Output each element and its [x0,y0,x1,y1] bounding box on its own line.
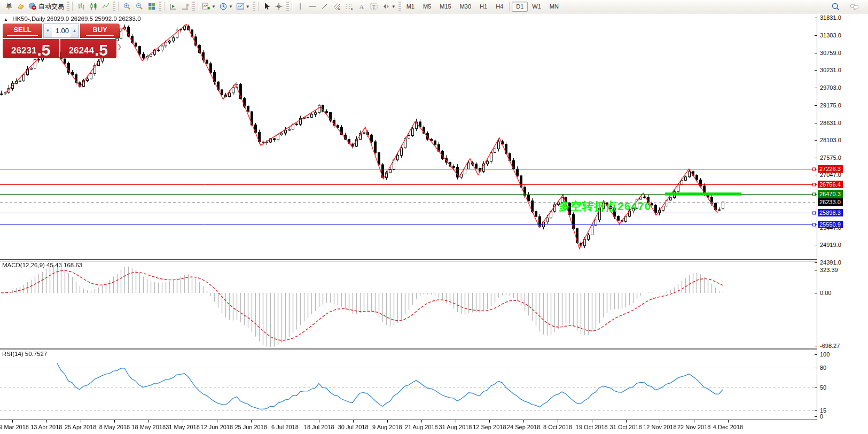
vertical-line-button[interactable] [294,1,307,12]
price-tick: 31831.0 [820,14,841,21]
crosshair-button[interactable] [273,1,285,12]
trade-panel-collapse-handle[interactable]: ❯ [117,42,122,51]
chart-shift-icon [181,2,190,11]
volume-input[interactable] [52,24,71,37]
equidistant-channel-button[interactable]: E [331,1,343,12]
fibonacci-button[interactable]: F [343,1,356,12]
timeframe-d1-button[interactable]: D1 [512,2,528,12]
templates-icon [236,2,245,11]
indicators-button[interactable]: ▼ [200,1,217,12]
toolbar-separator [292,2,293,11]
auto-scroll-icon [169,2,177,11]
toolbar: 单自动交易▼▼▼EFAT▼M1M5M15M30H1H4D1W1MN [0,0,868,13]
macd-panel-divider[interactable] [0,259,868,261]
volume-control: ▼ ▲ [43,24,79,38]
buy-price[interactable]: 26244.5 [60,39,117,58]
toolbar-grip[interactable] [398,2,401,11]
text-label-button[interactable]: T [368,1,380,12]
chat-button[interactable] [848,1,861,12]
chart-area: ▲ HK50-,Daily 26029.0 26269.5 25992.0 26… [0,13,868,434]
price-tick: 100 [820,351,830,358]
zoom-out-button[interactable] [133,1,145,12]
one-click-trade-panel: SELL ▼ ▲ BUY 26231.5 26244.5 ❯ [3,24,116,58]
chart-ohlc-values: 26029.0 26269.5 25992.0 26233.0 [47,15,141,22]
price-tick: -698.27 [820,342,840,350]
price-tick: 50 [820,384,826,391]
toolbar-grip[interactable] [113,2,115,11]
timeframe-mn-button[interactable]: MN [545,2,563,12]
toolbar-grip[interactable] [67,2,69,11]
tile-windows-button[interactable] [145,1,158,12]
toolbar-grip[interactable] [192,2,195,11]
search-button[interactable] [830,1,842,12]
pivot-annotation[interactable]: 多空转折点26470 [559,199,651,214]
price-level-label: 25898.3 [818,209,843,216]
tile-windows-icon [147,2,156,11]
cursor-icon [262,2,271,11]
sell-button[interactable]: SELL [3,24,42,38]
indicators-icon [202,2,210,11]
price-level-label: 26756.4 [818,181,843,188]
new-order-button[interactable]: 单 [2,1,14,12]
bar-chart-button[interactable] [75,1,87,12]
chevron-down-icon[interactable]: ▼ [229,4,233,9]
cursor-button[interactable] [261,1,273,12]
price-level-label: 26470.3 [818,190,843,198]
timeframe-h1-button[interactable]: H1 [475,2,491,12]
bar-chart-icon [77,2,85,11]
horizontal-line-button[interactable] [307,1,319,12]
rsi-panel-divider[interactable] [0,348,868,350]
price-tick: 80 [820,364,826,371]
price-tick: 0.00 [820,289,831,297]
templates-button[interactable]: ▼ [234,1,252,12]
trendline-button[interactable] [319,1,331,12]
chevron-down-icon[interactable]: ▼ [212,4,216,9]
zoom-in-button[interactable] [121,1,133,12]
periods-icon [219,2,228,11]
autotrading-button[interactable]: 自动交易 [27,1,66,12]
autotrading-button-label: 自动交易 [38,2,64,11]
price-tick: 24919.0 [820,241,841,249]
toolbar-grip[interactable] [286,2,289,11]
text-icon: A [357,2,366,11]
price-level-label: 26233.0 [818,198,843,206]
toolbar-separator [164,2,165,11]
timeframe-w1-button[interactable]: W1 [528,2,545,12]
history-icon [17,2,25,11]
timeframe-m5-button[interactable]: M5 [419,2,435,12]
price-axis[interactable]: 31831.031303.030759.030231.029703.029175… [817,13,868,421]
line-chart-button[interactable] [99,1,112,12]
new-order-button-label: 单 [6,2,12,11]
chevron-down-icon[interactable]: ▼ [392,4,396,9]
arrows-button[interactable]: ▼ [380,1,397,12]
toolbar-separator [198,2,199,11]
chevron-down-icon[interactable]: ▼ [246,4,250,9]
chart-shift-button[interactable] [179,1,191,12]
price-tick: 29175.0 [820,102,841,109]
price-chart-canvas[interactable] [0,13,817,434]
timeframe-m1-button[interactable]: M1 [402,2,419,12]
date-axis[interactable]: 29 Mar 201813 Apr 201825 Apr 20188 May 2… [0,421,817,434]
toolbar-grip[interactable] [253,2,255,11]
price-tick: 30231.0 [820,66,841,74]
history-center-button[interactable] [14,1,27,12]
timeframe-h4-button[interactable]: H4 [491,2,507,12]
sell-price[interactable]: 26231.5 [3,39,59,58]
volume-increase-button[interactable]: ▲ [71,24,79,37]
periods-button[interactable]: ▼ [217,1,234,12]
buy-button[interactable]: BUY [80,24,120,38]
toolbar-grip[interactable] [159,2,161,11]
price-tick: 30759.0 [820,49,841,57]
timeframe-m30-button[interactable]: M30 [456,2,475,12]
vline-icon [296,2,304,11]
volume-decrease-button[interactable]: ▼ [44,24,52,37]
timeframe-m15-button[interactable]: M15 [435,2,455,12]
price-level-label: 27226.3 [818,165,843,173]
auto-scroll-button[interactable] [167,1,179,12]
candlestick-chart-button[interactable] [87,1,99,12]
price-tick: 29703.0 [820,84,841,91]
candlestick-icon [89,2,98,11]
text-button[interactable]: A [356,1,368,12]
svg-text:T: T [372,4,376,10]
chart-collapse-icon[interactable]: ▲ [4,17,8,22]
